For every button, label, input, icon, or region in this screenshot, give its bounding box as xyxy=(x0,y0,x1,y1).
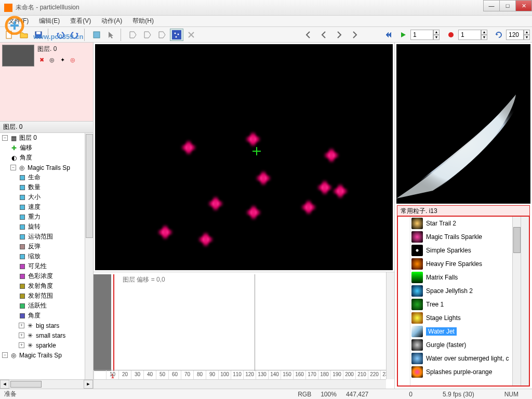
library-item[interactable]: Splashes purple-orange xyxy=(410,365,512,379)
rec-up[interactable]: ▲ xyxy=(481,30,487,35)
tree-row[interactable]: 大小 xyxy=(0,192,93,202)
timeline-hscroll[interactable] xyxy=(94,379,386,389)
tree-row[interactable]: 色彩浓度 xyxy=(0,271,93,281)
tree-hscroll[interactable]: ◄► xyxy=(0,379,93,389)
menu-help[interactable]: 帮助(H) xyxy=(127,16,159,26)
tree-row[interactable]: 活跃性 xyxy=(0,301,93,311)
menu-view[interactable]: 查看(V) xyxy=(65,16,96,26)
tree-row[interactable]: +✳small stars xyxy=(0,330,93,340)
tree-row[interactable]: −▦图层 0 xyxy=(0,133,93,143)
tree-row[interactable]: 生命 xyxy=(0,172,93,182)
status-rgb: RGB xyxy=(298,391,311,398)
playhead[interactable] xyxy=(113,274,114,371)
particles-tool[interactable] xyxy=(170,29,183,41)
library-item[interactable]: Simple Sparkles xyxy=(410,244,512,257)
frame-down[interactable]: ▼ xyxy=(433,35,440,40)
timeline-ruler[interactable]: 1020304050607080901001101201301401501601… xyxy=(94,370,386,379)
tree-row[interactable]: 反弹 xyxy=(0,242,93,251)
tool-b[interactable] xyxy=(126,29,140,41)
timeline-vscroll[interactable] xyxy=(386,272,394,379)
loop-input[interactable] xyxy=(506,30,524,40)
tool-d[interactable] xyxy=(155,29,169,41)
library-item[interactable]: Stage Lights xyxy=(410,311,512,325)
preview[interactable] xyxy=(396,44,530,204)
layer-tree[interactable]: −▦图层 0✚偏移◐角度−◎Magic Trails Sp生命数量大小速度重力旋… xyxy=(0,133,93,379)
library-item[interactable]: Heavy Fire Sparkles xyxy=(410,257,512,271)
tree-row[interactable]: −◎Magic Trails Sp xyxy=(0,350,93,360)
library-item[interactable]: Magic Trails Sparkle xyxy=(410,230,512,244)
library-categories[interactable] xyxy=(398,217,410,385)
open-button[interactable] xyxy=(17,29,31,41)
library-scroll-inner[interactable] xyxy=(512,217,521,385)
menu-action[interactable]: 动作(A) xyxy=(96,16,127,26)
redo-button[interactable] xyxy=(68,29,82,41)
spark-icon[interactable]: ✦ xyxy=(58,56,66,64)
library-list[interactable]: Star Trail 2Magic Trails SparkleSimple S… xyxy=(410,217,512,385)
timeline[interactable]: 图层 偏移 = 0,0 1 10203040506070809010011012… xyxy=(94,272,394,389)
maximize-button[interactable]: □ xyxy=(499,0,516,11)
loop-down[interactable]: ▼ xyxy=(524,35,530,40)
viewport[interactable] xyxy=(95,44,393,270)
layer-thumbnail[interactable] xyxy=(2,45,34,66)
library-item[interactable]: Space Jellyfish 2 xyxy=(410,284,512,298)
tree-row[interactable]: 发射角度 xyxy=(0,281,93,291)
library-scroll-outer[interactable] xyxy=(521,217,529,385)
play-button[interactable] xyxy=(396,29,410,41)
library-item[interactable]: Matrix Falls xyxy=(410,271,512,284)
tool-e[interactable] xyxy=(184,29,198,41)
svg-rect-4 xyxy=(94,32,100,38)
minimize-button[interactable]: — xyxy=(483,0,500,11)
emitter-cursor[interactable] xyxy=(252,147,261,155)
nav-prev[interactable] xyxy=(317,29,331,41)
record-input[interactable] xyxy=(458,30,481,40)
tree-row[interactable]: +✳sparkle xyxy=(0,340,93,350)
target2-icon[interactable]: ◎ xyxy=(69,56,77,64)
tree-row[interactable]: 运动范围 xyxy=(0,232,93,242)
tree-row[interactable]: 发射范围 xyxy=(0,291,93,301)
tree-row[interactable]: 速度 xyxy=(0,202,93,212)
titlebar: 未命名 - particleIllusion — □ ✕ xyxy=(0,0,532,16)
tree-row[interactable]: 缩放 xyxy=(0,251,93,261)
nav-first[interactable] xyxy=(303,29,316,41)
rewind-button[interactable] xyxy=(382,29,395,41)
library-item[interactable]: Tree 1 xyxy=(410,298,512,311)
frame-input[interactable] xyxy=(410,30,433,40)
svg-point-8 xyxy=(176,36,177,37)
tree-row[interactable]: −◎Magic Trails Sp xyxy=(0,163,93,172)
library-item[interactable]: Star Trail 2 xyxy=(410,217,512,230)
pointer-tool[interactable] xyxy=(104,29,118,41)
close-button[interactable]: ✕ xyxy=(515,0,532,11)
new-button[interactable] xyxy=(3,29,16,41)
library-item[interactable]: Water over submerged light, c xyxy=(410,352,512,365)
tree-row[interactable]: ✚偏移 xyxy=(0,143,93,153)
tool-c[interactable] xyxy=(141,29,154,41)
library-item[interactable]: Gurgle (faster) xyxy=(410,338,512,352)
library-item[interactable]: Water Jet xyxy=(410,325,512,338)
tree-row[interactable]: 角度 xyxy=(0,311,93,321)
tree-row[interactable]: +✳big stars xyxy=(0,321,93,330)
menu-edit[interactable]: 编辑(E) xyxy=(34,16,65,26)
nav-next[interactable] xyxy=(332,29,345,41)
nav-last[interactable] xyxy=(347,29,360,41)
target-icon[interactable]: ◎ xyxy=(48,56,56,64)
water-jet-preview xyxy=(396,63,531,198)
rec-down[interactable]: ▼ xyxy=(481,35,487,40)
svg-rect-1 xyxy=(6,31,11,38)
tree-row[interactable]: 可见性 xyxy=(0,261,93,271)
undo-button[interactable] xyxy=(54,29,67,41)
tree-row[interactable]: 数量 xyxy=(0,182,93,192)
save-button[interactable] xyxy=(32,29,45,41)
layer-panel: 图层. 0 ✖ ◎ ✦ ◎ xyxy=(0,43,93,122)
tree-row[interactable]: 旋转 xyxy=(0,222,93,232)
record-button[interactable] xyxy=(444,29,458,41)
library: Star Trail 2Magic Trails SparkleSimple S… xyxy=(397,216,530,387)
loop-button[interactable] xyxy=(492,29,506,41)
frame-up[interactable]: ▲ xyxy=(433,30,440,35)
app-icon xyxy=(4,4,12,12)
delete-icon[interactable]: ✖ xyxy=(37,56,46,64)
tool-a[interactable] xyxy=(90,29,103,41)
tree-row[interactable]: ◐角度 xyxy=(0,153,93,163)
menu-file[interactable]: 文件(F) xyxy=(3,16,34,26)
loop-up[interactable]: ▲ xyxy=(524,30,530,35)
tree-row[interactable]: 重力 xyxy=(0,212,93,222)
